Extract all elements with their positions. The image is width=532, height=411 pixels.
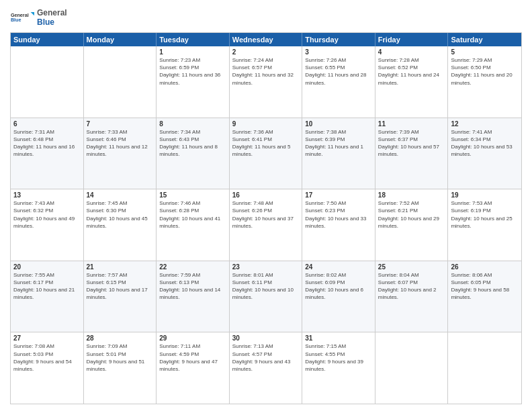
day-number: 23: [232, 263, 300, 271]
calendar: SundayMondayTuesdayWednesdayThursdayFrid…: [10, 32, 522, 404]
day-number: 18: [378, 191, 445, 199]
day-info: Sunrise: 7:26 AMSunset: 6:55 PMDaylight:…: [305, 56, 372, 87]
calendar-cell: 12 Sunrise: 7:41 AMSunset: 6:34 PMDaylig…: [448, 118, 521, 189]
day-number: 26: [451, 263, 519, 271]
calendar-cell: 25 Sunrise: 8:04 AMSunset: 6:07 PMDaylig…: [375, 261, 449, 332]
calendar-cell: 27 Sunrise: 7:08 AMSunset: 5:03 PMDaylig…: [11, 332, 84, 404]
day-info: Sunrise: 7:52 AMSunset: 6:21 PMDaylight:…: [378, 199, 445, 230]
day-info: Sunrise: 7:45 AMSunset: 6:30 PMDaylight:…: [87, 199, 154, 230]
calendar-header-cell: Wednesday: [230, 33, 303, 46]
calendar-cell: 28 Sunrise: 7:09 AMSunset: 5:01 PMDaylig…: [84, 332, 157, 404]
svg-text:Blue: Blue: [11, 17, 21, 23]
calendar-cell: 19 Sunrise: 7:53 AMSunset: 6:19 PMDaylig…: [448, 189, 521, 261]
day-info: Sunrise: 8:01 AMSunset: 6:11 PMDaylight:…: [232, 271, 300, 302]
day-number: 10: [305, 120, 372, 128]
day-info: Sunrise: 7:29 AMSunset: 6:50 PMDaylight:…: [451, 56, 519, 87]
calendar-cell: 4 Sunrise: 7:28 AMSunset: 6:52 PMDayligh…: [375, 46, 449, 118]
calendar-body: 1 Sunrise: 7:23 AMSunset: 6:59 PMDayligh…: [11, 46, 521, 404]
calendar-cell: 13 Sunrise: 7:43 AMSunset: 6:32 PMDaylig…: [11, 189, 84, 261]
day-info: Sunrise: 7:31 AMSunset: 6:48 PMDaylight:…: [13, 128, 81, 158]
day-number: 13: [13, 191, 81, 199]
calendar-header-cell: Saturday: [448, 33, 521, 46]
calendar-cell: 2 Sunrise: 7:24 AMSunset: 6:57 PMDayligh…: [230, 46, 303, 118]
day-number: 7: [87, 120, 154, 128]
day-number: 22: [159, 263, 226, 271]
calendar-cell: 21 Sunrise: 7:57 AMSunset: 6:15 PMDaylig…: [84, 261, 157, 332]
day-number: 27: [13, 334, 81, 342]
calendar-cell: 31 Sunrise: 7:15 AMSunset: 4:55 PMDaylig…: [302, 332, 375, 404]
day-number: 20: [13, 263, 81, 271]
day-number: 30: [232, 334, 300, 342]
calendar-cell: 5 Sunrise: 7:29 AMSunset: 6:50 PMDayligh…: [448, 46, 521, 118]
calendar-cell: 8 Sunrise: 7:34 AMSunset: 6:43 PMDayligh…: [157, 118, 230, 189]
calendar-cell: 29 Sunrise: 7:11 AMSunset: 4:59 PMDaylig…: [157, 332, 230, 404]
day-number: 29: [159, 334, 226, 342]
day-info: Sunrise: 8:02 AMSunset: 6:09 PMDaylight:…: [305, 271, 372, 302]
calendar-cell: 3 Sunrise: 7:26 AMSunset: 6:55 PMDayligh…: [302, 46, 375, 118]
calendar-cell: 22 Sunrise: 7:59 AMSunset: 6:13 PMDaylig…: [157, 261, 230, 332]
day-info: Sunrise: 8:04 AMSunset: 6:07 PMDaylight:…: [378, 271, 445, 302]
day-info: Sunrise: 7:48 AMSunset: 6:26 PMDaylight:…: [232, 199, 300, 230]
logo: General Blue GeneralBlue: [10, 7, 67, 28]
day-number: 31: [305, 334, 372, 342]
day-info: Sunrise: 7:43 AMSunset: 6:32 PMDaylight:…: [13, 199, 81, 230]
calendar-row: 27 Sunrise: 7:08 AMSunset: 5:03 PMDaylig…: [11, 332, 521, 404]
day-number: 5: [451, 48, 519, 56]
day-number: 24: [305, 263, 372, 271]
calendar-row: 6 Sunrise: 7:31 AMSunset: 6:48 PMDayligh…: [11, 118, 521, 190]
day-info: Sunrise: 7:59 AMSunset: 6:13 PMDaylight:…: [159, 271, 226, 302]
day-info: Sunrise: 7:36 AMSunset: 6:41 PMDaylight:…: [232, 128, 300, 158]
calendar-cell: 30 Sunrise: 7:13 AMSunset: 4:57 PMDaylig…: [230, 332, 303, 404]
logo-icon: General Blue: [10, 7, 34, 28]
day-number: 8: [159, 120, 226, 128]
calendar-header-cell: Sunday: [11, 33, 84, 46]
calendar-cell: 17 Sunrise: 7:50 AMSunset: 6:23 PMDaylig…: [302, 189, 375, 261]
day-number: 3: [305, 48, 372, 56]
day-info: Sunrise: 7:39 AMSunset: 6:37 PMDaylight:…: [378, 128, 445, 158]
calendar-cell: 24 Sunrise: 8:02 AMSunset: 6:09 PMDaylig…: [302, 261, 375, 332]
calendar-cell: 20 Sunrise: 7:55 AMSunset: 6:17 PMDaylig…: [11, 261, 84, 332]
calendar-header-row: SundayMondayTuesdayWednesdayThursdayFrid…: [11, 33, 521, 46]
day-number: 9: [232, 120, 300, 128]
day-info: Sunrise: 7:55 AMSunset: 6:17 PMDaylight:…: [13, 271, 81, 302]
day-info: Sunrise: 7:09 AMSunset: 5:01 PMDaylight:…: [87, 342, 154, 373]
day-number: 15: [159, 191, 226, 199]
day-number: 16: [232, 191, 300, 199]
day-number: 25: [378, 263, 445, 271]
day-info: Sunrise: 7:38 AMSunset: 6:39 PMDaylight:…: [305, 128, 372, 158]
day-number: 19: [451, 191, 519, 199]
calendar-cell: [11, 46, 84, 118]
calendar-row: 20 Sunrise: 7:55 AMSunset: 6:17 PMDaylig…: [11, 261, 521, 333]
day-info: Sunrise: 7:11 AMSunset: 4:59 PMDaylight:…: [159, 342, 226, 373]
header: General Blue GeneralBlue: [10, 7, 522, 28]
calendar-cell: [375, 332, 449, 404]
day-info: Sunrise: 7:13 AMSunset: 4:57 PMDaylight:…: [232, 342, 300, 373]
calendar-cell: 7 Sunrise: 7:33 AMSunset: 6:46 PMDayligh…: [84, 118, 157, 189]
calendar-cell: 9 Sunrise: 7:36 AMSunset: 6:41 PMDayligh…: [230, 118, 303, 189]
day-number: 4: [378, 48, 445, 56]
day-number: 6: [13, 120, 81, 128]
day-info: Sunrise: 7:50 AMSunset: 6:23 PMDaylight:…: [305, 199, 372, 230]
day-number: 28: [87, 334, 154, 342]
logo-text: GeneralBlue: [37, 8, 67, 28]
calendar-cell: [448, 332, 521, 404]
calendar-row: 13 Sunrise: 7:43 AMSunset: 6:32 PMDaylig…: [11, 189, 521, 261]
day-number: 2: [232, 48, 300, 56]
calendar-header-cell: Friday: [375, 33, 449, 46]
day-info: Sunrise: 7:08 AMSunset: 5:03 PMDaylight:…: [13, 342, 81, 373]
day-info: Sunrise: 7:34 AMSunset: 6:43 PMDaylight:…: [159, 128, 226, 158]
day-info: Sunrise: 7:15 AMSunset: 4:55 PMDaylight:…: [305, 342, 372, 373]
calendar-header-cell: Thursday: [302, 33, 375, 46]
day-info: Sunrise: 7:53 AMSunset: 6:19 PMDaylight:…: [451, 199, 519, 230]
calendar-cell: 6 Sunrise: 7:31 AMSunset: 6:48 PMDayligh…: [11, 118, 84, 189]
calendar-cell: 15 Sunrise: 7:46 AMSunset: 6:28 PMDaylig…: [157, 189, 230, 261]
day-info: Sunrise: 7:24 AMSunset: 6:57 PMDaylight:…: [232, 56, 300, 87]
calendar-header-cell: Tuesday: [157, 33, 230, 46]
day-info: Sunrise: 7:23 AMSunset: 6:59 PMDaylight:…: [159, 56, 226, 87]
day-info: Sunrise: 7:28 AMSunset: 6:52 PMDaylight:…: [378, 56, 445, 87]
day-info: Sunrise: 7:41 AMSunset: 6:34 PMDaylight:…: [451, 128, 519, 158]
calendar-cell: 23 Sunrise: 8:01 AMSunset: 6:11 PMDaylig…: [230, 261, 303, 332]
calendar-cell: 11 Sunrise: 7:39 AMSunset: 6:37 PMDaylig…: [375, 118, 449, 189]
calendar-cell: 18 Sunrise: 7:52 AMSunset: 6:21 PMDaylig…: [375, 189, 449, 261]
day-info: Sunrise: 8:06 AMSunset: 6:05 PMDaylight:…: [451, 271, 519, 302]
